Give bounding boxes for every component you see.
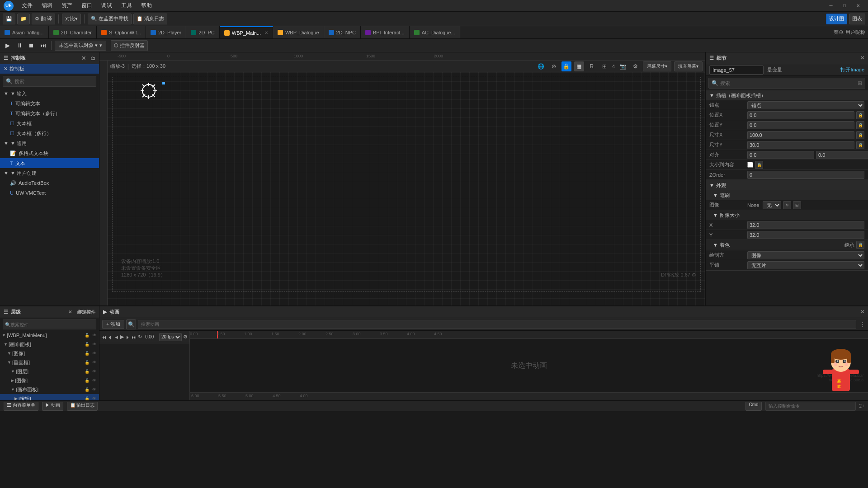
browse-icon[interactable]: ⊞ — [793, 201, 801, 209]
pos-y-input[interactable] — [747, 121, 854, 129]
tab-close-5[interactable]: ✕ — [264, 30, 268, 35]
fill-screen-dropdown[interactable]: 填充屏幕▾ — [674, 61, 703, 71]
menu-help[interactable]: 帮助 — [137, 1, 156, 10]
tint-section-header[interactable]: ▼ 着色 继承 🔒 — [706, 240, 868, 250]
menu-window[interactable]: 窗口 — [78, 1, 96, 10]
reflect-btn[interactable]: ⬡ 控件反射器 — [111, 40, 148, 51]
image-type-dropdown[interactable]: 无 — [763, 201, 781, 209]
lock-icon-0[interactable]: 🔒 — [84, 332, 90, 338]
pos-y-lock-icon[interactable]: 🔒 — [856, 121, 864, 129]
tab-wbp-main[interactable]: WBP_Main... ✕ — [220, 26, 273, 39]
size-x-input[interactable] — [747, 131, 854, 139]
hierarchy-close-btn[interactable]: ✕ — [68, 310, 72, 314]
anim-prev-btn[interactable]: ⏴ — [108, 334, 113, 340]
anim-fps-select[interactable]: 20 fps — [159, 333, 182, 341]
canvas-grid[interactable]: 设备内容缩放:1.0 未设置设备安全区 1280 x 720（16:9） DPI… — [108, 72, 705, 305]
tab-wbp-dialogue[interactable]: WBP_Dialogue — [273, 26, 324, 39]
tree-root[interactable]: ▼ [WBP_MainMenu] 🔒 👁 — [0, 331, 99, 340]
lock-icon-3[interactable]: 🔒 — [84, 359, 90, 366]
tab-2d-player[interactable]: 2D_Player — [146, 26, 186, 39]
draw-mode-dropdown[interactable]: 图像 — [747, 251, 864, 259]
minimize-button[interactable]: ─ — [825, 1, 837, 10]
brush-section-header[interactable]: ▼ 笔刷 — [706, 190, 868, 200]
alignment-x-input[interactable] — [747, 151, 814, 159]
item-rich-text[interactable]: 📝 多格式文本块 — [0, 148, 99, 158]
img-x-input[interactable] — [747, 221, 864, 229]
lock-icon-4[interactable]: 🔒 — [84, 368, 90, 375]
tree-layer[interactable]: ▼ [图层] 🔒 👁 — [0, 367, 99, 376]
pos-x-lock-icon[interactable]: 🔒 — [856, 111, 864, 119]
maximize-button[interactable]: □ — [838, 1, 851, 10]
tab-2d-npc[interactable]: 2D_NPC — [324, 26, 361, 39]
anim-play-btn[interactable]: ◄ — [114, 334, 119, 340]
lock-icon-btn[interactable]: 🔒 — [561, 61, 571, 71]
anim-options-icon[interactable]: ⋮ — [860, 321, 865, 328]
anim-search-btn[interactable]: 🔍 — [126, 319, 136, 329]
tile-dropdown[interactable]: 无互片 — [747, 261, 864, 269]
eye-icon-2[interactable]: 👁 — [91, 350, 97, 357]
section-common-header[interactable]: ▼ ▼ 通用 — [0, 138, 99, 148]
anim-add-btn[interactable]: + 添加 — [102, 320, 124, 329]
item-uw-vmctext[interactable]: U UW VMCText — [0, 188, 99, 198]
content-menu-btn[interactable]: ☰ 内容菜单单 — [4, 402, 38, 411]
tree-canvas-sub[interactable]: ▼ [画布面板] 🔒 👁 — [0, 385, 99, 394]
menu-edit[interactable]: 编辑 — [38, 1, 56, 10]
size-y-input[interactable] — [747, 141, 854, 149]
tab-bpi-interact[interactable]: BPI_Interact... — [361, 26, 410, 39]
debug-target-dropdown[interactable]: 未选中调试对象 ▾ ▾ — [55, 41, 106, 51]
lock-icon-2[interactable]: 🔒 — [84, 350, 90, 357]
panel-close-btn[interactable]: ✕ — [81, 55, 86, 61]
hierarchy-search-input[interactable] — [10, 322, 94, 327]
step-button[interactable]: ⏭ — [38, 41, 48, 51]
globe-btn[interactable]: 🌐 — [536, 61, 546, 71]
item-editable-text[interactable]: T 可编辑文本 — [0, 99, 99, 108]
item-editable-multiline[interactable]: T 可编辑文本（多行） — [0, 108, 99, 118]
eye-icon-0[interactable]: 👁 — [91, 332, 97, 338]
appearance-section-header[interactable]: ▼ 外观 — [706, 180, 868, 190]
anim-go-end-btn[interactable]: ⏭ — [132, 334, 137, 340]
item-textbox[interactable]: ☐ 文本框 — [0, 118, 99, 128]
tab-asian-villag[interactable]: Asian_Villag... — [0, 26, 49, 39]
size-x-lock-icon[interactable]: 🔒 — [856, 131, 864, 139]
rotate-btn[interactable]: R — [587, 61, 597, 71]
grid-view-icon[interactable]: ⊞ — [858, 80, 862, 86]
lock-icon-1[interactable]: 🔒 — [84, 341, 90, 347]
tab-s-optionwit[interactable]: S_OptionWit... — [97, 26, 146, 39]
open-image-btn[interactable]: 打开Image — [840, 66, 864, 73]
zorder-input[interactable] — [747, 171, 864, 179]
slot-section-header[interactable]: ▼ 插槽（画布面板插槽） — [706, 90, 868, 100]
grid-btn[interactable]: ▦ — [574, 61, 584, 71]
anim-next-btn[interactable]: ⏵ — [125, 334, 130, 340]
anim-search-input[interactable] — [138, 320, 856, 329]
layout-btn[interactable]: ⊞ — [599, 61, 609, 71]
eye-icon-6[interactable]: 👁 — [91, 386, 97, 393]
eye-icon-7[interactable]: 👁 — [91, 395, 97, 400]
size-content-checkbox[interactable] — [747, 162, 753, 168]
lock-icon-6[interactable]: 🔒 — [84, 386, 90, 393]
size-y-lock-icon[interactable]: 🔒 — [856, 141, 864, 149]
play-button[interactable]: ▶ — [3, 41, 13, 51]
palette-search-input[interactable] — [14, 79, 93, 84]
refresh-icon[interactable]: ↻ — [783, 201, 791, 209]
eye-icon-4[interactable]: 👁 — [91, 368, 97, 375]
tint-lock-icon[interactable]: 🔒 — [856, 241, 864, 249]
console-input[interactable] — [765, 402, 856, 411]
item-textbox-multi[interactable]: ☐ 文本框（多行） — [0, 128, 99, 138]
compare-btn[interactable]: 对比▾ — [62, 14, 81, 24]
tree-canvas-panel[interactable]: ▼ [画布面板] 🔒 👁 — [0, 340, 99, 349]
find-btn[interactable]: 🔍 在蓝图中寻找 — [88, 14, 132, 24]
img-size-header[interactable]: ▼ 图像大小 — [706, 210, 868, 220]
anim-close-btn[interactable]: ✕ — [860, 309, 864, 315]
tab-2d-character[interactable]: 2D_Character — [49, 26, 97, 39]
alignment-y-input[interactable] — [816, 151, 868, 159]
settings-btn[interactable]: ⚙ — [630, 61, 640, 71]
menu-debug[interactable]: 调试 — [98, 1, 116, 10]
menu-file[interactable]: 文件 — [18, 1, 36, 10]
log-btn[interactable]: 📋 消息日志 — [133, 14, 167, 24]
animation-tab-btn[interactable]: ▶ 动画 — [42, 402, 63, 411]
tab-ac-dialogue[interactable]: AC_Dialogue... — [410, 26, 460, 39]
anchor-dropdown[interactable]: 锚点 — [747, 101, 864, 109]
tree-button[interactable]: ▶ [按钮] 🔒 👁 — [0, 394, 99, 400]
anim-settings-btn[interactable]: ⚙ — [183, 334, 188, 340]
close-active-icon[interactable]: ✕ — [4, 66, 8, 72]
